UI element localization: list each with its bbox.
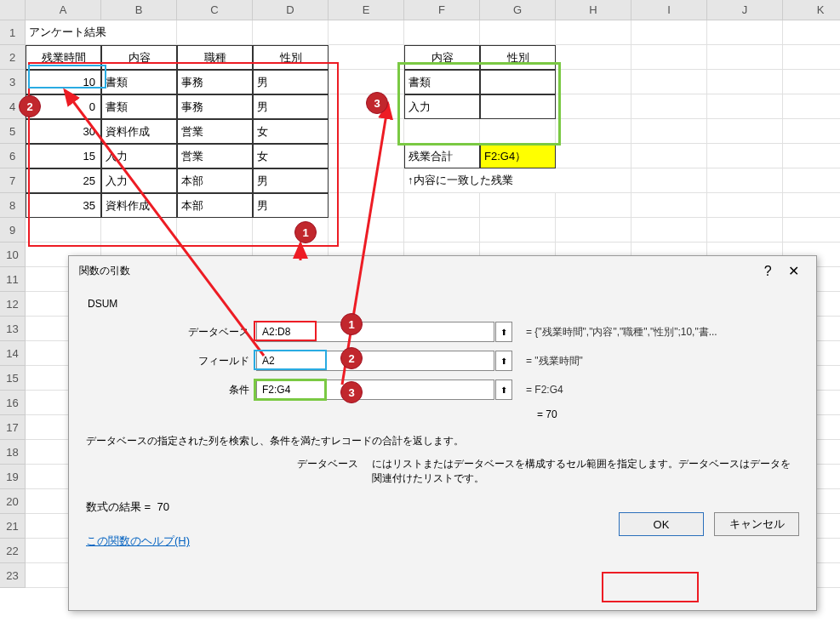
cell[interactable] <box>253 20 329 45</box>
cell[interactable]: 15 <box>26 144 101 168</box>
cell[interactable]: 性別 <box>253 45 329 70</box>
cell[interactable] <box>707 144 783 168</box>
cell[interactable]: 営業 <box>177 119 253 144</box>
cell[interactable] <box>783 168 840 193</box>
cell[interactable]: 内容 <box>101 45 177 70</box>
row-header[interactable]: 15 <box>0 366 26 391</box>
cell[interactable] <box>101 218 177 243</box>
row-header[interactable]: 9 <box>0 218 26 243</box>
cell[interactable] <box>329 20 404 45</box>
cell[interactable]: 資料作成 <box>101 119 177 144</box>
cell[interactable] <box>404 119 480 144</box>
cell[interactable]: 書類 <box>101 70 177 94</box>
cell[interactable] <box>783 20 840 45</box>
row-header[interactable]: 16 <box>0 391 26 415</box>
cell[interactable]: 女 <box>253 144 329 168</box>
row-header[interactable]: 8 <box>0 193 26 218</box>
cell[interactable]: 男 <box>253 70 329 94</box>
cell[interactable] <box>177 218 253 243</box>
cell[interactable] <box>329 45 404 70</box>
cell[interactable] <box>404 20 480 45</box>
cell[interactable]: 30 <box>26 119 101 144</box>
cell[interactable] <box>329 144 404 168</box>
cell[interactable] <box>404 193 480 218</box>
range-picker-icon[interactable]: ⬆ <box>495 351 512 371</box>
row-header[interactable]: 13 <box>0 317 26 341</box>
cell[interactable]: 入力 <box>101 144 177 168</box>
cell[interactable] <box>707 193 783 218</box>
cell[interactable] <box>556 70 631 94</box>
cell[interactable]: ↑内容に一致した残業 <box>404 168 631 193</box>
arg-input-2[interactable] <box>256 379 494 400</box>
row-header[interactable]: 5 <box>0 119 26 144</box>
cell[interactable] <box>783 218 840 243</box>
cell[interactable] <box>707 70 783 94</box>
row-header[interactable]: 20 <box>0 489 26 514</box>
column-header[interactable]: H <box>556 0 631 20</box>
cancel-button[interactable]: キャンセル <box>714 512 799 536</box>
close-icon[interactable]: ✕ <box>781 264 806 278</box>
column-header[interactable]: E <box>329 0 404 20</box>
cell[interactable]: 資料作成 <box>101 193 177 218</box>
cell[interactable] <box>480 218 556 243</box>
cell[interactable] <box>783 119 840 144</box>
row-header[interactable]: 23 <box>0 563 26 588</box>
cell[interactable] <box>783 144 840 168</box>
cell[interactable] <box>556 119 631 144</box>
range-picker-icon[interactable]: ⬆ <box>495 322 512 342</box>
row-header[interactable]: 2 <box>0 45 26 70</box>
cell[interactable] <box>329 168 404 193</box>
arg-input-1[interactable] <box>256 351 494 371</box>
row-header[interactable]: 14 <box>0 341 26 366</box>
select-all-corner[interactable] <box>0 0 26 20</box>
cell[interactable] <box>329 119 404 144</box>
cell[interactable] <box>556 193 631 218</box>
cell[interactable] <box>556 45 631 70</box>
cell[interactable] <box>631 193 707 218</box>
column-header[interactable]: I <box>631 0 707 20</box>
cell[interactable]: 10 <box>26 70 101 94</box>
cell[interactable]: 職種 <box>177 45 253 70</box>
cell[interactable]: 入力 <box>404 94 480 119</box>
cell[interactable] <box>329 70 404 94</box>
cell[interactable] <box>631 94 707 119</box>
cell[interactable]: 書類 <box>404 70 480 94</box>
row-header[interactable]: 22 <box>0 539 26 563</box>
row-header[interactable]: 6 <box>0 144 26 168</box>
cell[interactable]: 男 <box>253 193 329 218</box>
column-header[interactable]: G <box>480 0 556 20</box>
cell[interactable] <box>707 168 783 193</box>
row-header[interactable]: 1 <box>0 20 26 45</box>
column-header[interactable]: C <box>177 0 253 20</box>
cell[interactable]: 残業時間 <box>26 45 101 70</box>
cell[interactable]: 25 <box>26 168 101 193</box>
row-header[interactable]: 11 <box>0 267 26 292</box>
function-help-link[interactable]: この関数のヘルプ(H) <box>86 534 190 547</box>
spreadsheet[interactable]: ABCDEFGHIJK 1234567891011121314151617181… <box>0 0 840 20</box>
cell[interactable] <box>631 168 707 193</box>
column-header[interactable]: B <box>101 0 177 20</box>
cell[interactable] <box>707 218 783 243</box>
cell[interactable] <box>631 144 707 168</box>
cell[interactable] <box>631 70 707 94</box>
cell[interactable] <box>480 94 556 119</box>
row-header[interactable]: 19 <box>0 465 26 489</box>
cell[interactable] <box>707 45 783 70</box>
cell[interactable] <box>707 119 783 144</box>
cell[interactable]: 残業合計 <box>404 144 480 168</box>
cell[interactable]: 本部 <box>177 193 253 218</box>
cell[interactable] <box>556 94 631 119</box>
cell[interactable] <box>631 45 707 70</box>
cell[interactable] <box>253 218 329 243</box>
cell[interactable]: 書類 <box>101 94 177 119</box>
cell[interactable]: 女 <box>253 119 329 144</box>
cell[interactable]: 入力 <box>101 168 177 193</box>
row-header[interactable]: 12 <box>0 292 26 317</box>
row-header[interactable]: 7 <box>0 168 26 193</box>
cell[interactable] <box>329 218 404 243</box>
cell[interactable]: アンケート結果 <box>26 20 177 45</box>
cell[interactable] <box>556 20 631 45</box>
row-header[interactable]: 17 <box>0 415 26 440</box>
column-header[interactable]: K <box>783 0 840 20</box>
cell[interactable] <box>783 45 840 70</box>
